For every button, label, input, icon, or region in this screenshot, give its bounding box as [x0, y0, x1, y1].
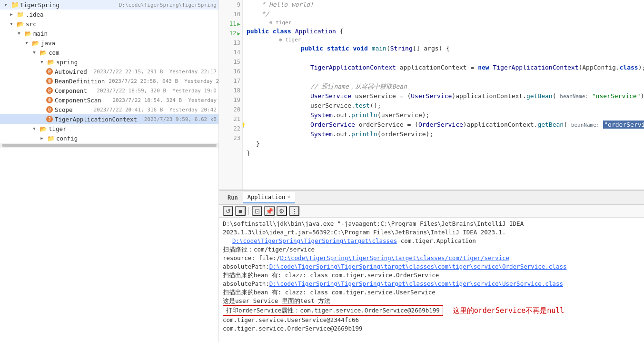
tree-root[interactable]: 📁 TigerSpring D:\code\TigerSpring\TigerS… — [0, 0, 218, 10]
file-tree-sidebar: 📁 TigerSpring D:\code\TigerSpring\TigerS… — [0, 0, 219, 342]
sidebar-item-main[interactable]: 📂 main — [0, 29, 218, 38]
pin-button[interactable]: 📌 — [264, 206, 275, 216]
output-line-user-service: 这是user Service 里面的test 方法 — [223, 297, 640, 305]
lightbulb-icon[interactable]: 💡 — [243, 121, 246, 131]
gutter-20: 20 — [219, 105, 242, 114]
abs-user-link[interactable]: D:\code\TigerSpring\TigerSpring\target\c… — [269, 280, 563, 288]
restore-button[interactable]: ⊡ — [252, 206, 262, 216]
com-label: com — [49, 49, 217, 56]
stop-button[interactable]: ■ — [235, 206, 246, 216]
spring-arrow-icon — [38, 58, 46, 66]
classpath-suffix: com.tiger.Application — [401, 237, 476, 244]
sidebar-item-autowired[interactable]: @ Autowired 2023/7/22 22:15, 291 B Yeste… — [0, 67, 218, 76]
root-path: D:\code\TigerSpring\TigerSpring — [119, 2, 217, 8]
sidebar-item-config[interactable]: 📁 config — [0, 133, 218, 143]
toolbar-separator-1 — [248, 207, 249, 215]
bottom-tab-bar: Run Application ✕ — [219, 191, 644, 205]
editor-area: 9 10 11▶ 12▶ 13 14 15 16 17 18 19 20 21 … — [219, 0, 644, 342]
run-btn-11[interactable]: ▶ — [237, 21, 240, 27]
sidebar-item-componentscan[interactable]: @ ComponentScan 2023/7/22 18:54, 324 B Y… — [0, 95, 218, 105]
gutter-15: 15 — [219, 57, 242, 67]
run-label: Run — [223, 192, 243, 203]
gutter-17: 17 — [219, 76, 242, 86]
code-line-9: * Hello world! — [247, 0, 640, 10]
code-line-10: */ — [247, 10, 640, 19]
sidebar-item-idea[interactable]: 📁 .idea — [0, 10, 218, 19]
java-label: java — [41, 40, 217, 47]
sidebar-item-tigerapplicationcontext[interactable]: J TigerApplicationContext 2023/7/23 9:59… — [0, 114, 218, 124]
beandefinition-icon: @ — [46, 77, 53, 85]
beandefinition-label: BeanDefinition — [55, 78, 105, 85]
annotation-tiger1: ⊕ tiger — [247, 19, 640, 27]
run-btn-12[interactable]: ▶ — [237, 30, 240, 37]
main-folder-icon: 📂 — [24, 30, 32, 37]
java-folder-icon: 📂 — [32, 39, 40, 47]
gutter-12: 12▶ — [219, 29, 242, 38]
code-content: * Hello world! */ ⊕ tiger public class A… — [243, 0, 644, 190]
sidebar-item-beandefinition[interactable]: @ BeanDefinition 2023/7/22 20:58, 643 B … — [0, 76, 218, 86]
idea-folder-icon: 📁 — [17, 10, 24, 18]
output-toolbar: ↺ ■ ⊡ 📌 ⚙ ⋮ — [219, 205, 644, 218]
output-line-bean-order: 扫描出来的bean 有: clazz: class com.tiger.serv… — [223, 271, 640, 280]
autowired-label: Autowired — [55, 68, 90, 75]
componentscan-icon: @ — [46, 96, 53, 104]
tab-application[interactable]: Application ✕ — [243, 192, 295, 203]
code-line-22: } — [247, 139, 640, 149]
tigerapplicationcontext-label: TigerApplicationContext — [55, 116, 140, 123]
idea-label: .idea — [26, 11, 217, 18]
output-area: D:\softinstall\jdk\bin\java.exe "-javaag… — [219, 218, 644, 342]
sidebar-item-src[interactable]: 📂 src — [0, 19, 218, 29]
tab-application-close[interactable]: ✕ — [287, 194, 290, 200]
gutter-22: 22 — [219, 124, 242, 133]
gutter-11: 11▶ — [219, 19, 242, 29]
sidebar-item-component[interactable]: @ Component 2023/7/22 18:59, 320 B Yeste… — [0, 86, 218, 95]
beandefinition-meta: 2023/7/22 20:58, 643 B Yesterday 2 — [109, 78, 219, 84]
config-folder-icon: 📁 — [47, 134, 55, 142]
user-service-text: 这是user Service 里面的test 方法 — [223, 297, 330, 305]
sidebar-item-tiger[interactable]: 📂 tiger — [0, 124, 218, 133]
sidebar-item-java[interactable]: 📂 java — [0, 38, 218, 48]
root-arrow-icon — [2, 1, 10, 9]
rerun-button[interactable]: ↺ — [223, 206, 233, 216]
settings-button[interactable]: ⚙ — [277, 206, 287, 216]
gutter-14: 14 — [219, 48, 242, 57]
gutter-13: 13 — [219, 38, 242, 48]
code-line-12: public static void main(String[] args) { — [247, 44, 640, 53]
spring-folder-icon: 📂 — [47, 58, 55, 66]
scope-icon: @ — [46, 106, 53, 113]
classpath-link[interactable]: D:\code\TigerSpring\TigerSpring\target\c… — [232, 237, 397, 244]
sidebar-item-spring[interactable]: 📂 spring — [0, 57, 218, 67]
tiger-label: tiger — [49, 125, 217, 132]
gutter-10: 10 — [219, 10, 242, 19]
code-line-21: System.out.println(orderService); — [247, 130, 640, 139]
main-layout: 📁 TigerSpring D:\code\TigerSpring\TigerS… — [0, 0, 644, 342]
componentscan-label: ComponentScan — [55, 97, 109, 104]
more-button[interactable]: ⋮ — [289, 206, 299, 216]
gutter-21: 21 — [219, 114, 242, 124]
resource-link[interactable]: D:\code\TigerSpring\TigerSpring\target\c… — [280, 254, 509, 262]
abs-order-link[interactable]: D:\code\TigerSpring\TigerSpring\target\c… — [269, 262, 567, 271]
src-label: src — [26, 20, 217, 28]
output-line-order-print: 打印orderService属性：com.tiger.service.Order… — [223, 305, 640, 316]
abs-user-prefix: absolutePath: — [223, 280, 269, 288]
src-arrow-icon — [8, 20, 15, 28]
output-line-order-print2: com.tiger.service.OrderService@2669b199 — [223, 324, 640, 333]
scope-label: Scope — [55, 106, 90, 113]
component-meta: 2023/7/22 18:59, 320 B Yesterday 19:0 — [97, 88, 217, 94]
order-null-annotation: 这里的orderService不再是null — [453, 306, 565, 315]
sidebar-item-com[interactable]: 📂 com — [0, 48, 218, 57]
tiger-arrow-icon — [30, 125, 38, 132]
tigerapplicationcontext-meta: 2023/7/23 9:59, 6.62 kB — [144, 116, 217, 122]
com-arrow-icon — [30, 49, 38, 56]
output-line-bean-user: 扫描出来的bean 有: clazz: class com.tiger.serv… — [223, 288, 640, 297]
gutter-19: 19 — [219, 95, 242, 105]
spring-label: spring — [56, 59, 217, 66]
gutter-16: 16 — [219, 67, 242, 76]
tiger-folder-icon: 📂 — [40, 125, 47, 132]
component-icon: @ — [46, 87, 53, 94]
sidebar-item-scope[interactable]: @ Scope 2023/7/22 20:41, 316 B Yesterday… — [0, 105, 218, 114]
output-cmd-text: D:\softinstall\jdk\bin\java.exe "-javaag… — [223, 220, 640, 237]
gutter-23: 23 — [219, 133, 242, 143]
order-print2-text: com.tiger.service.OrderService@2669b199 — [223, 324, 363, 333]
bean-order-text: 扫描出来的bean 有: clazz: class com.tiger.serv… — [223, 271, 439, 280]
